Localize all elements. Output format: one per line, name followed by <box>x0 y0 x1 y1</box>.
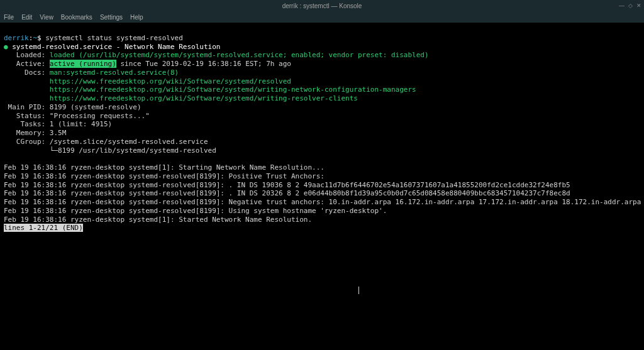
command-text: systemctl status systemd-resolved <box>45 34 183 42</box>
cgroup-line: CGroup: /system.slice/systemd-resolved.s… <box>4 138 208 146</box>
log-line-4: Feb 19 16:38:16 ryzen-desktop systemd-re… <box>4 189 570 197</box>
log-line-7: Feb 19 16:38:16 ryzen-desktop systemd[1]… <box>4 216 312 224</box>
prompt-path: ~ <box>33 34 37 42</box>
status-line: Status: "Processing requests..." <box>4 112 150 120</box>
menu-help[interactable]: Help <box>130 14 143 21</box>
pager-status: lines 1-21/21 (END) <box>4 224 83 232</box>
text-cursor-icon <box>358 287 359 294</box>
menu-file[interactable]: File <box>4 14 14 21</box>
memory-line: Memory: 3.5M <box>4 129 66 137</box>
log-line-1: Feb 19 16:38:16 ryzen-desktop systemd[1]… <box>4 163 325 172</box>
active-since: since Tue 2019-02-19 16:38:16 EST; 7h ag… <box>116 60 291 68</box>
docs-label: Docs: <box>4 68 50 77</box>
docs-line-1: man:systemd-resolved.service(8) <box>50 68 179 77</box>
docs-line-3: https://www.freedesktop.org/wiki/Softwar… <box>4 85 416 94</box>
minimize-button[interactable]: — <box>619 3 625 9</box>
service-name-line: systemd-resolved.service - Network Name … <box>8 43 221 51</box>
menu-bar: File Edit View Bookmarks Settings Help <box>0 11 644 23</box>
menu-view[interactable]: View <box>40 14 53 21</box>
active-value: active (running) <box>50 60 116 68</box>
active-label: Active: <box>4 60 50 68</box>
loaded-value: loaded (/usr/lib/systemd/system/systemd-… <box>50 51 429 59</box>
window-titlebar: derrik : systemctl — Konsole — ◇ ✕ <box>0 0 644 11</box>
prompt-user-host: derrik <box>4 34 29 42</box>
docs-line-2: https://www.freedesktop.org/wiki/Softwar… <box>4 77 291 85</box>
terminal-viewport[interactable]: derrik:~$ systemctl status systemd-resol… <box>0 23 644 350</box>
window-controls: — ◇ ✕ <box>619 3 641 9</box>
loaded-label: Loaded: <box>4 51 50 59</box>
status-bullet-icon: ● <box>4 43 8 51</box>
log-line-3: Feb 19 16:38:16 ryzen-desktop systemd-re… <box>4 181 570 189</box>
close-button[interactable]: ✕ <box>636 3 641 9</box>
menu-bookmarks[interactable]: Bookmarks <box>61 14 92 21</box>
maximize-button[interactable]: ◇ <box>628 3 633 9</box>
window-title: derrik : systemctl — Konsole <box>282 3 362 9</box>
prompt-sigil: $ <box>37 34 45 42</box>
menu-settings[interactable]: Settings <box>100 14 123 21</box>
tasks-line: Tasks: 1 (limit: 4915) <box>4 120 112 128</box>
docs-line-4: https://www.freedesktop.org/wiki/Softwar… <box>4 94 358 102</box>
log-line-5: Feb 19 16:38:16 ryzen-desktop systemd-re… <box>4 198 644 206</box>
menu-edit[interactable]: Edit <box>21 14 32 21</box>
log-line-2: Feb 19 16:38:16 ryzen-desktop systemd-re… <box>4 172 325 180</box>
log-line-6: Feb 19 16:38:16 ryzen-desktop systemd-re… <box>4 207 387 215</box>
main-pid-line: Main PID: 8199 (systemd-resolve) <box>4 103 142 111</box>
cgroup-child-line: └─8199 /usr/lib/systemd/systemd-resolved <box>4 146 216 155</box>
